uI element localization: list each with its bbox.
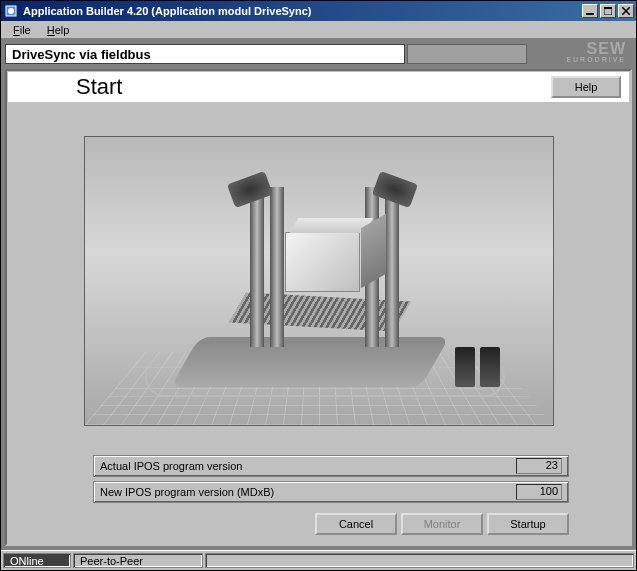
main-panel: Start Help <box>5 69 632 546</box>
close-button[interactable] <box>618 4 634 18</box>
mode-label: DriveSync via fieldbus <box>5 44 405 64</box>
progress-bar <box>407 44 527 64</box>
action-buttons: Cancel Monitor Startup <box>8 513 629 543</box>
menu-file[interactable]: File <box>5 23 39 37</box>
new-version-label: New IPOS program version (MDxB) <box>100 486 516 498</box>
help-button[interactable]: Help <box>551 76 621 98</box>
page-title: Start <box>76 74 551 100</box>
start-bar: Start Help <box>8 72 629 102</box>
app-icon <box>3 3 19 19</box>
svg-rect-4 <box>604 7 612 9</box>
brand-logo: SEW EURODRIVE <box>566 43 632 65</box>
actual-version-label: Actual IPOS program version <box>100 460 516 472</box>
status-fill <box>205 553 634 568</box>
cancel-button[interactable]: Cancel <box>315 513 397 535</box>
application-window: Application Builder 4.20 (Application mo… <box>0 0 637 571</box>
minimize-button[interactable] <box>582 4 598 18</box>
machine-illustration <box>84 136 554 426</box>
machine-illustration-area <box>8 102 629 455</box>
new-version-value: 100 <box>516 484 562 500</box>
brand-sub: EURODRIVE <box>566 54 626 65</box>
startup-button[interactable]: Startup <box>487 513 569 535</box>
statusbar: ONline Peer-to-Peer <box>1 550 636 570</box>
status-peer: Peer-to-Peer <box>73 553 203 568</box>
titlebar: Application Builder 4.20 (Application mo… <box>1 1 636 21</box>
svg-point-1 <box>8 8 14 14</box>
monitor-button[interactable]: Monitor <box>401 513 483 535</box>
actual-version-value: 23 <box>516 458 562 474</box>
version-info: Actual IPOS program version 23 New IPOS … <box>8 455 629 513</box>
new-version-row: New IPOS program version (MDxB) 100 <box>93 481 569 503</box>
menubar: File Help <box>1 21 636 39</box>
svg-rect-2 <box>586 13 594 15</box>
menu-help[interactable]: Help <box>39 23 78 37</box>
header-row: DriveSync via fieldbus SEW EURODRIVE <box>5 43 632 65</box>
content-area: DriveSync via fieldbus SEW EURODRIVE Sta… <box>1 39 636 550</box>
actual-version-row: Actual IPOS program version 23 <box>93 455 569 477</box>
window-title: Application Builder 4.20 (Application mo… <box>23 5 582 17</box>
maximize-button[interactable] <box>600 4 616 18</box>
status-online: ONline <box>3 553 71 568</box>
